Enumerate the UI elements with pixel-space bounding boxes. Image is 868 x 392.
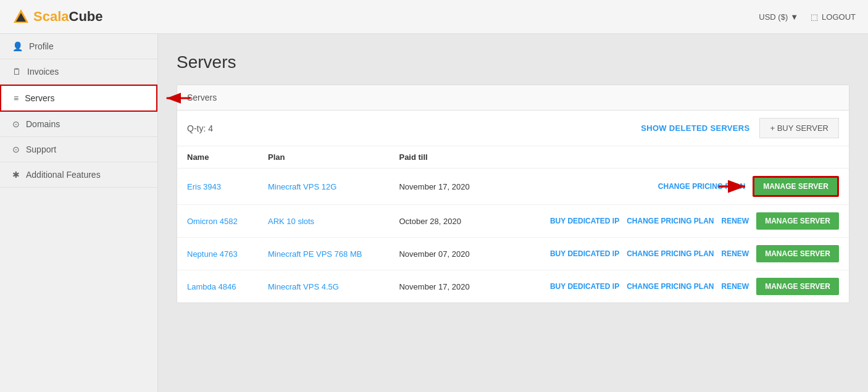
server-name-link[interactable]: Eris 3943 — [187, 182, 221, 191]
servers-panel: Servers Q-ty: 4 SHOW DELETED SERVERS + B… — [177, 85, 849, 303]
col-name: Name — [177, 146, 258, 169]
manage-server-button[interactable]: MANAGE SERVER — [756, 278, 839, 295]
server-plan-link[interactable]: Minecraft VPS 4.5G — [268, 282, 339, 291]
panel-toolbar: Q-ty: 4 SHOW DELETED SERVERS + BUY SERVE… — [177, 111, 849, 146]
sidebar-item-domains[interactable]: ⊙ Domains — [0, 112, 157, 137]
logout-icon: ⬚ — [811, 12, 818, 22]
cell-name: Eris 3943 — [177, 169, 258, 205]
cell-plan: Minecraft VPS 12G — [258, 169, 390, 205]
server-plan-link[interactable]: ARK 10 slots — [268, 217, 314, 226]
cell-name: Omicron 4582 — [177, 205, 258, 238]
sidebar: 👤 Profile 🗒 Invoices ≡ Servers ⊙ Domains — [0, 34, 158, 392]
server-name-link[interactable]: Lambda 4846 — [187, 282, 236, 291]
manage-server-container: MANAGE SERVER — [756, 278, 839, 295]
qty-label: Q-ty: 4 — [187, 123, 213, 133]
additional-features-icon: ✱ — [12, 170, 20, 180]
buy-dedicated-ip-button[interactable]: BUY DEDICATED IP — [550, 217, 619, 225]
sidebar-item-invoices[interactable]: 🗒 Invoices — [0, 59, 157, 85]
table-row: Lambda 4846Minecraft VPS 4.5GNovember 17… — [177, 270, 849, 303]
table-row: Omicron 4582ARK 10 slotsOctober 28, 2020… — [177, 205, 849, 238]
server-plan-link[interactable]: Minecraft VPS 12G — [268, 182, 336, 191]
manage-server-button[interactable]: MANAGE SERVER — [756, 212, 839, 230]
action-cell: CHANGE PRICING PLAN MANAGE SERVER — [503, 176, 839, 197]
cell-paid-till: October 28, 2020 — [389, 205, 493, 238]
sidebar-item-invoices-label: Invoices — [27, 67, 59, 77]
toolbar-right: SHOW DELETED SERVERS + BUY SERVER — [641, 118, 839, 138]
sidebar-item-additional-features-label: Additional Features — [26, 170, 101, 180]
col-plan: Plan — [258, 146, 390, 169]
col-paid-till: Paid till — [389, 146, 493, 169]
logo: ScalaCube — [12, 8, 103, 25]
server-name-link[interactable]: Omicron 4582 — [187, 217, 238, 226]
page-title: Servers — [177, 52, 849, 72]
main-content: Servers Servers Q-ty: 4 SHOW DELETED SER… — [158, 34, 868, 392]
cell-actions: BUY DEDICATED IPCHANGE PRICING PLANRENEW… — [493, 238, 849, 270]
cell-paid-till: November 07, 2020 — [389, 238, 493, 270]
renew-button[interactable]: RENEW — [722, 249, 749, 258]
panel-header: Servers — [177, 85, 849, 111]
logo-icon — [12, 8, 30, 25]
table-row: Neptune 4763Minecraft PE VPS 768 MBNovem… — [177, 238, 849, 270]
sidebar-item-servers-label: Servers — [25, 93, 54, 103]
cell-paid-till: November 17, 2020 — [389, 169, 493, 205]
manage-server-container: MANAGE SERVER — [756, 212, 839, 230]
action-cell: BUY DEDICATED IPCHANGE PRICING PLANRENEW… — [503, 212, 839, 230]
sidebar-item-support[interactable]: ⊙ Support — [0, 137, 157, 162]
table-row: Eris 3943Minecraft VPS 12GNovember 17, 2… — [177, 169, 849, 205]
action-cell: BUY DEDICATED IPCHANGE PRICING PLANRENEW… — [503, 245, 839, 262]
sidebar-item-domains-label: Domains — [26, 119, 60, 129]
cell-actions: BUY DEDICATED IPCHANGE PRICING PLANRENEW… — [493, 270, 849, 303]
servers-icon: ≡ — [14, 93, 19, 103]
cell-actions: CHANGE PRICING PLAN MANAGE SERVER — [493, 169, 849, 205]
layout: 👤 Profile 🗒 Invoices ≡ Servers ⊙ Domains — [0, 34, 868, 392]
support-icon: ⊙ — [12, 144, 20, 154]
sidebar-item-support-label: Support — [26, 144, 56, 154]
change-pricing-plan-button[interactable]: CHANGE PRICING PLAN — [627, 217, 714, 225]
logo-scala-text: Scala — [33, 9, 69, 25]
logo-cube-text: Cube — [69, 9, 103, 25]
manage-server-button[interactable]: MANAGE SERVER — [756, 245, 839, 262]
renew-button[interactable]: RENEW — [722, 217, 749, 225]
logout-button[interactable]: ⬚ LOGOUT — [811, 12, 856, 22]
servers-arrow-annotation — [162, 89, 193, 107]
server-name-link[interactable]: Neptune 4763 — [187, 249, 238, 259]
change-pricing-plan-button[interactable]: CHANGE PRICING PLAN — [627, 249, 714, 258]
cell-plan: Minecraft VPS 4.5G — [258, 270, 390, 303]
renew-button[interactable]: RENEW — [722, 282, 749, 291]
table-header-row: Name Plan Paid till — [177, 146, 849, 169]
change-pricing-plan-button[interactable]: CHANGE PRICING PLAN — [627, 282, 714, 291]
header-right: USD ($) ▼ ⬚ LOGOUT — [759, 12, 856, 22]
sidebar-item-additional-features[interactable]: ✱ Additional Features — [0, 162, 157, 188]
manage-server-container: MANAGE SERVER — [753, 176, 839, 197]
cell-plan: Minecraft PE VPS 768 MB — [258, 238, 390, 270]
logout-label: LOGOUT — [822, 12, 856, 22]
buy-server-button[interactable]: + BUY SERVER — [759, 118, 839, 138]
domains-icon: ⊙ — [12, 119, 20, 129]
cell-plan: ARK 10 slots — [258, 205, 390, 238]
invoices-icon: 🗒 — [12, 67, 21, 77]
cell-actions: BUY DEDICATED IPCHANGE PRICING PLANRENEW… — [493, 205, 849, 238]
action-cell: BUY DEDICATED IPCHANGE PRICING PLANRENEW… — [503, 278, 839, 295]
buy-dedicated-ip-button[interactable]: BUY DEDICATED IP — [550, 249, 619, 258]
buy-dedicated-ip-button[interactable]: BUY DEDICATED IP — [550, 282, 619, 291]
manage-server-container: MANAGE SERVER — [756, 245, 839, 262]
currency-dropdown-icon: ▼ — [790, 12, 798, 22]
cell-name: Neptune 4763 — [177, 238, 258, 270]
manage-server-arrow-annotation — [716, 178, 749, 195]
cell-paid-till: November 17, 2020 — [389, 270, 493, 303]
currency-label: USD ($) — [759, 12, 788, 22]
show-deleted-servers-button[interactable]: SHOW DELETED SERVERS — [641, 123, 749, 133]
currency-selector[interactable]: USD ($) ▼ — [759, 12, 798, 22]
cell-name: Lambda 4846 — [177, 270, 258, 303]
person-icon: 👤 — [12, 41, 23, 51]
sidebar-item-profile[interactable]: 👤 Profile — [0, 34, 157, 59]
sidebar-item-profile-label: Profile — [29, 41, 54, 51]
header: ScalaCube USD ($) ▼ ⬚ LOGOUT — [0, 0, 868, 34]
server-plan-link[interactable]: Minecraft PE VPS 768 MB — [268, 249, 362, 259]
col-actions — [493, 146, 849, 169]
servers-table: Name Plan Paid till Eris 3943Minecraft V… — [177, 146, 849, 302]
sidebar-item-servers[interactable]: ≡ Servers — [0, 85, 157, 112]
manage-server-button[interactable]: MANAGE SERVER — [753, 176, 839, 197]
